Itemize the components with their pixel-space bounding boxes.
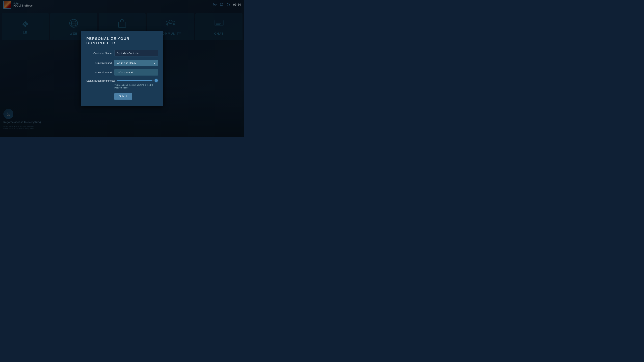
turn-on-sound-row: Turn On Sound: Warm and Happy Default So… <box>86 60 158 66</box>
turn-on-sound-label: Turn On Sound: <box>86 61 112 64</box>
turn-off-sound-row: Turn Off Sound: Default Sound Warm and H… <box>86 69 158 76</box>
turn-off-sound-select[interactable]: Default Sound Warm and Happy No Sound <box>114 69 158 76</box>
brightness-label: Steam Button Brightness: <box>86 79 115 82</box>
controller-name-input[interactable] <box>114 50 158 56</box>
hint-text: You can update these at any time in the … <box>86 84 158 89</box>
submit-button[interactable]: Submit <box>114 93 132 99</box>
personalize-dialog: PERSONALIZE YOUR CONTROLLER Controller N… <box>81 31 163 106</box>
dialog-title: PERSONALIZE YOUR CONTROLLER <box>86 36 158 45</box>
controller-name-row: Controller Name: <box>86 50 158 56</box>
turn-off-sound-label: Turn Off Sound: <box>86 71 112 74</box>
turn-on-sound-wrapper: Warm and Happy Default Sound No Sound ⌄ <box>114 60 158 66</box>
brightness-slider-container <box>117 79 158 82</box>
turn-off-sound-wrapper: Default Sound Warm and Happy No Sound ⌄ <box>114 69 158 76</box>
controller-name-label: Controller Name: <box>86 52 112 55</box>
brightness-row: Steam Button Brightness: <box>86 79 158 82</box>
turn-on-sound-select[interactable]: Warm and Happy Default Sound No Sound <box>114 60 158 66</box>
